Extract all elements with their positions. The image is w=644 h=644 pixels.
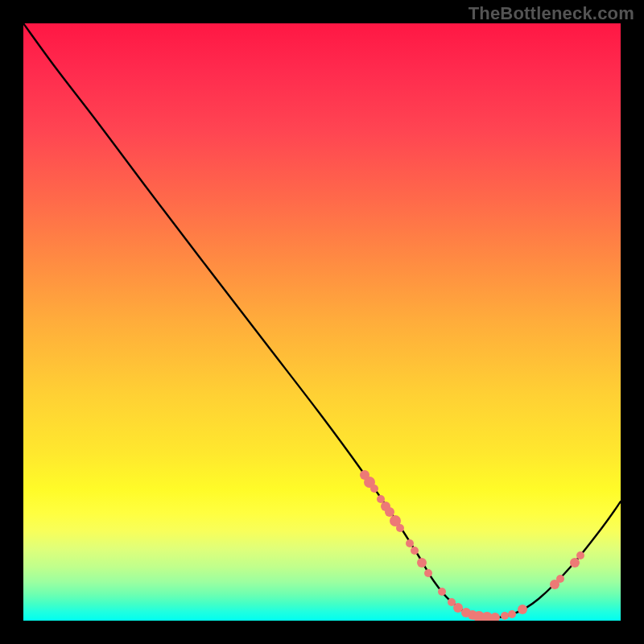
data-marker	[370, 485, 378, 493]
data-marker	[377, 495, 385, 503]
data-marker	[576, 551, 584, 559]
bottleneck-curve	[23, 23, 621, 617]
data-marker	[411, 547, 419, 555]
data-marker	[424, 569, 432, 577]
data-marker	[501, 612, 509, 620]
data-marker	[406, 539, 414, 547]
data-marker	[508, 610, 516, 618]
data-marker	[556, 575, 564, 583]
data-marker	[396, 524, 404, 532]
data-marker	[453, 603, 463, 613]
watermark-text: TheBottleneck.com	[469, 3, 634, 24]
data-marker	[518, 605, 527, 614]
data-marker	[570, 558, 580, 568]
data-marker	[385, 507, 394, 517]
data-markers	[360, 470, 584, 621]
data-marker	[417, 558, 427, 568]
plot-area	[23, 23, 621, 621]
data-marker	[490, 613, 500, 621]
curve-svg	[23, 23, 621, 621]
data-marker	[438, 588, 446, 596]
